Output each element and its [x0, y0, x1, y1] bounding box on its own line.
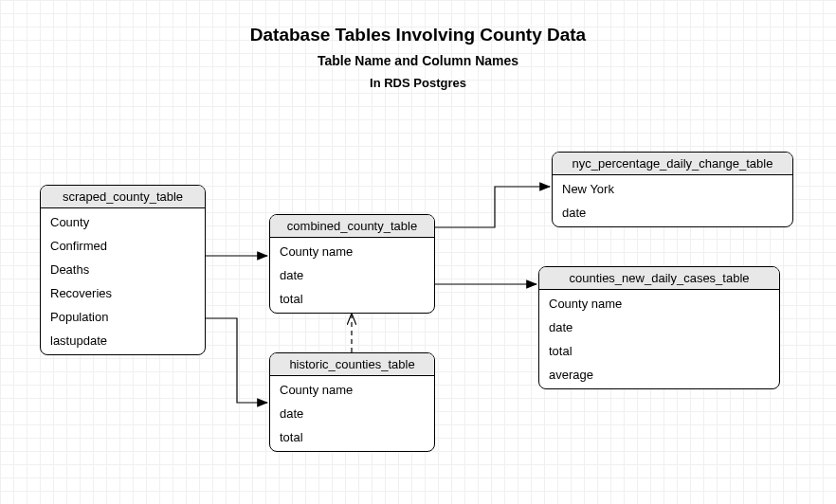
table-row: date: [270, 402, 434, 425]
table-body: County name date total average: [539, 290, 779, 388]
table-body: County name date total: [270, 238, 434, 313]
table-row: County: [41, 210, 205, 234]
table-row: total: [539, 339, 779, 363]
table-scraped-county: scraped_county_table County Confirmed De…: [40, 185, 206, 355]
table-row: date: [553, 201, 792, 225]
table-row: Confirmed: [41, 234, 205, 258]
table-row: County name: [270, 378, 434, 402]
table-row: Population: [41, 305, 205, 329]
title-sub1: Table Name and Column Names: [0, 53, 836, 68]
table-row: average: [539, 363, 779, 387]
table-row: Recoveries: [41, 281, 205, 305]
table-nyc-percentage: nyc_percentage_daily_change_table New Yo…: [552, 152, 793, 227]
table-header: nyc_percentage_daily_change_table: [553, 153, 792, 175]
table-body: New York date: [553, 175, 792, 226]
title-sub2: In RDS Postgres: [0, 76, 836, 90]
table-header: scraped_county_table: [41, 186, 205, 208]
table-header: historic_counties_table: [270, 353, 434, 376]
table-header: combined_county_table: [270, 215, 434, 238]
table-row: date: [539, 315, 779, 339]
diagram-titles: Database Tables Involving County Data Ta…: [0, 25, 836, 90]
table-combined-county: combined_county_table County name date t…: [269, 214, 435, 314]
table-row: date: [270, 263, 434, 287]
table-counties-new-daily: counties_new_daily_cases_table County na…: [538, 266, 780, 389]
table-body: County name date total: [270, 376, 434, 451]
table-row: Deaths: [41, 258, 205, 281]
table-header: counties_new_daily_cases_table: [539, 267, 779, 290]
table-row: total: [270, 287, 434, 311]
table-historic-counties: historic_counties_table County name date…: [269, 352, 435, 452]
table-row: New York: [553, 177, 792, 201]
title-main: Database Tables Involving County Data: [0, 25, 836, 45]
table-row: lastupdate: [41, 329, 205, 352]
table-row: County name: [539, 292, 779, 315]
table-body: County Confirmed Deaths Recoveries Popul…: [41, 208, 205, 354]
table-row: County name: [270, 240, 434, 263]
table-row: total: [270, 425, 434, 449]
